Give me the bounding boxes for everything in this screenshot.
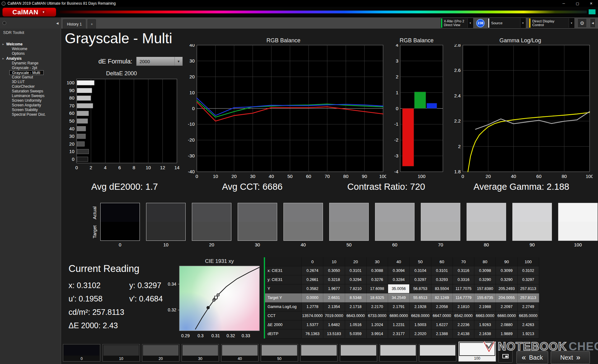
pattern-level-60[interactable]: 60 xyxy=(300,344,338,362)
pattern-level-30[interactable]: 30 xyxy=(182,344,219,362)
table-cell[interactable]: 2.4138 xyxy=(453,329,474,338)
table-cell[interactable]: 1.9889 xyxy=(496,329,517,338)
table-cell[interactable]: 3.9914 xyxy=(367,329,388,338)
table-cell[interactable]: 2.1638 xyxy=(474,329,496,338)
sidebar-item-dynamic-range[interactable]: Dynamic Range xyxy=(0,61,61,66)
maximize-button[interactable]: ▢ xyxy=(571,0,584,7)
sidebar-item-screen-uniformity[interactable]: Screen Uniformity xyxy=(0,98,61,103)
table-cell[interactable]: 6643.0000 xyxy=(345,311,367,320)
table-cell[interactable]: 2.1354 xyxy=(323,302,345,311)
table-cell[interactable]: 0.3316 xyxy=(453,275,474,284)
table-cell[interactable]: 6660.0000 xyxy=(496,311,517,320)
back-button[interactable]: « Back xyxy=(516,351,548,364)
table-cell[interactable]: 0.3297 xyxy=(518,275,539,284)
table-cell[interactable]: 0.3101 xyxy=(345,266,367,275)
source-dropdown[interactable]: Source ▼ xyxy=(488,18,526,28)
table-cell[interactable]: 6628.0000 xyxy=(410,311,431,320)
sidebar-item-saturation-sweeps[interactable]: Saturation Sweeps xyxy=(0,89,61,94)
table-cell[interactable]: 17.6098 xyxy=(367,284,388,293)
table-cell[interactable]: 2.1810 xyxy=(453,302,474,311)
table-cell[interactable]: 155.6735 xyxy=(474,293,496,302)
table-cell[interactable]: 2.3177 xyxy=(388,329,410,338)
sidebar-item-spectral-power-dist[interactable]: Spectral Power Dist. xyxy=(0,112,61,117)
table-cell[interactable]: 0.2674 xyxy=(302,266,323,275)
pattern-level-100[interactable]: 100 xyxy=(458,342,496,362)
meter-dropdown[interactable]: X-Rite i1Pro 2 Direct View ▼ xyxy=(441,18,473,28)
pattern-level-50[interactable]: 50 xyxy=(261,344,298,362)
table-cell[interactable]: 0.3094 xyxy=(388,266,410,275)
table-cell[interactable]: 6663.0000 xyxy=(474,311,496,320)
sidebar-item-color-gamut[interactable]: Color Gamut xyxy=(0,75,61,80)
table-cell[interactable]: 56.8753 xyxy=(410,284,431,293)
reading-count-badge[interactable]: 238 xyxy=(476,19,485,27)
table-cell[interactable]: 1.9677 xyxy=(323,284,345,293)
table-cell[interactable]: 0.0000 xyxy=(302,293,323,302)
table-cell[interactable]: 76.1363 xyxy=(302,329,323,338)
table-cell[interactable]: 157.8380 xyxy=(474,284,496,293)
table-cell[interactable]: 55.6513 xyxy=(410,293,431,302)
settings-gear-button[interactable]: ⚙ xyxy=(577,18,587,28)
table-cell[interactable]: 7.8210 xyxy=(345,284,367,293)
table-cell[interactable]: 8.5348 xyxy=(345,293,367,302)
table-cell[interactable]: 1.2778 xyxy=(302,302,323,311)
table-cell[interactable]: 1.0516 xyxy=(345,320,367,329)
table-cell[interactable]: 2.2020 xyxy=(410,329,431,338)
sidebar-item-colorchecker[interactable]: ColorChecker xyxy=(0,84,61,89)
sidebar-item-screen-stability[interactable]: Screen Stability xyxy=(0,108,61,112)
table-cell[interactable]: 0.3290 xyxy=(474,275,496,284)
table-cell[interactable]: 0.3104 xyxy=(410,266,431,275)
table-cell[interactable]: 0.3088 xyxy=(367,266,388,275)
table-cell[interactable]: 0.3101 xyxy=(431,266,453,275)
table-cell[interactable]: 0.3297 xyxy=(410,275,431,284)
table-cell[interactable]: 6542.0000 xyxy=(453,311,474,320)
panel-collapse-button[interactable]: ◀ xyxy=(590,18,596,28)
tab-history-1[interactable]: History 1 xyxy=(63,19,86,29)
calman-logo-button[interactable]: CalMAN ▼ xyxy=(2,8,56,16)
table-cell[interactable]: 114.7779 xyxy=(453,293,474,302)
sidebar-collapse-icon[interactable]: ◀ xyxy=(56,21,59,25)
table-cell[interactable]: 6690.0000 xyxy=(388,311,410,320)
pattern-level-90[interactable]: 90 xyxy=(419,344,456,362)
table-cell[interactable]: 6647.0000 xyxy=(431,311,453,320)
table-cell[interactable]: 0.3582 xyxy=(302,284,323,293)
table-cell[interactable]: 7019.0000 xyxy=(323,311,345,320)
table-cell[interactable]: 18.6325 xyxy=(367,293,388,302)
pattern-level-10[interactable]: 10 xyxy=(102,344,140,362)
sidebar-group-welcome[interactable]: ▸Welcome xyxy=(0,42,61,47)
table-cell[interactable]: 205.2493 xyxy=(496,284,517,293)
sidebar-item-grayscale-multi[interactable]: Grayscale - Multi xyxy=(9,70,44,75)
table-cell[interactable]: 0.3098 xyxy=(474,266,496,275)
next-button[interactable]: Next » xyxy=(551,351,590,364)
table-cell[interactable]: 34.2549 xyxy=(388,293,410,302)
table-cell[interactable]: 0.3276 xyxy=(367,275,388,284)
table-cell[interactable]: 83.5504 xyxy=(431,284,453,293)
de-formula-dropdown[interactable]: 2000 ▼ xyxy=(136,57,183,66)
minimize-button[interactable]: ─ xyxy=(557,0,571,7)
table-cell[interactable]: 2.1988 xyxy=(474,302,496,311)
table-cell[interactable]: 1.6227 xyxy=(431,320,453,329)
add-tab-button[interactable]: + xyxy=(88,19,96,29)
sidebar-item-welcome[interactable]: Welcome xyxy=(0,47,61,51)
table-cell[interactable]: 1.9263 xyxy=(474,320,496,329)
pattern-level-70[interactable]: 70 xyxy=(340,344,377,362)
table-cell[interactable]: 2.1718 xyxy=(345,302,367,311)
table-cell[interactable]: 0.3284 xyxy=(388,275,410,284)
table-cell[interactable]: 1.5003 xyxy=(410,320,431,329)
sidebar-group-analysis[interactable]: ▸Analysis xyxy=(0,56,61,61)
sidebar-item-options[interactable]: Options xyxy=(0,51,61,56)
table-cell[interactable]: 5.0359 xyxy=(345,329,367,338)
table-cell[interactable]: 13574.0000 xyxy=(302,311,323,320)
table-cell[interactable]: 13.5183 xyxy=(323,329,345,338)
table-cell[interactable]: 1.2024 xyxy=(367,320,388,329)
table-cell[interactable]: 6635.0000 xyxy=(518,311,539,320)
sidebar-item-grayscale-2pt[interactable]: Grayscale - 2pt xyxy=(0,66,61,70)
table-cell[interactable]: 257.8113 xyxy=(518,284,539,293)
status-dot-icon[interactable] xyxy=(2,21,6,25)
table-cell[interactable]: 2.1791 xyxy=(388,302,410,311)
table-cell[interactable]: 2.2058 xyxy=(431,302,453,311)
table-cell[interactable]: 204.0055 xyxy=(496,293,517,302)
table-cell[interactable]: 2.2097 xyxy=(496,302,517,311)
table-cell[interactable]: 2.2170 xyxy=(367,302,388,311)
table-cell[interactable]: 0.3293 xyxy=(431,275,453,284)
table-cell[interactable]: 2.6631 xyxy=(323,293,345,302)
